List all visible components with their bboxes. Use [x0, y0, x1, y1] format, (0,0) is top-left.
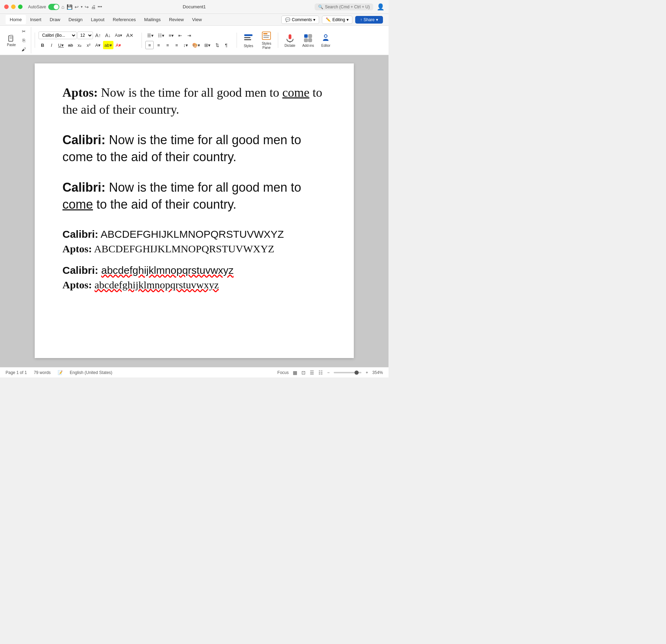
svg-rect-9 — [263, 35, 270, 36]
tab-view[interactable]: View — [188, 15, 206, 24]
pencil-icon: ✏️ — [326, 17, 331, 22]
tab-insert[interactable]: Insert — [26, 15, 46, 24]
tab-review[interactable]: Review — [165, 15, 188, 24]
para1-underline: come — [282, 86, 309, 99]
italic-button[interactable]: I — [48, 41, 56, 49]
paste-button[interactable]: Paste — [4, 33, 19, 48]
paragraph-1: Aptos: Now is the time for all good men … — [62, 84, 326, 118]
dictate-label: Dictate — [284, 44, 295, 47]
document-page: Aptos: Now is the time for all good men … — [35, 63, 354, 358]
increase-indent-button[interactable]: ⇥ — [185, 31, 194, 40]
view-web-icon[interactable]: ⊡ — [301, 370, 306, 375]
para3-bold-prefix: Calibri: — [62, 180, 105, 194]
multilevel-list-button[interactable]: ≡▾ — [167, 31, 176, 40]
line-spacing-button[interactable]: ↕▾ — [181, 41, 190, 49]
search-icon: 🔍 — [318, 5, 323, 9]
justify-button[interactable]: ≡ — [172, 41, 181, 49]
bullets-button[interactable]: ☰▾ — [145, 31, 155, 40]
borders-button[interactable]: ⊞▾ — [203, 41, 212, 49]
font-selector[interactable]: Calibri (Bo... — [39, 32, 77, 39]
shading-button[interactable]: 🎨▾ — [190, 41, 202, 49]
decrease-indent-button[interactable]: ⇤ — [176, 31, 185, 40]
editing-button[interactable]: ✏️ Editing ▾ — [322, 16, 352, 24]
close-button[interactable] — [4, 5, 9, 9]
zoom-level[interactable]: 354% — [372, 370, 383, 375]
svg-rect-16 — [308, 38, 312, 42]
styles-pane-button[interactable]: StylesPane — [258, 29, 274, 51]
bold-button[interactable]: B — [39, 41, 47, 49]
text-color-button[interactable]: A▾ — [114, 41, 123, 49]
redo-icon[interactable]: ↪ — [85, 4, 89, 10]
divider-1 — [35, 33, 35, 48]
view-outline-icon[interactable]: ☰ — [310, 370, 314, 375]
tab-design[interactable]: Design — [65, 15, 87, 24]
autosave-toggle[interactable] — [48, 4, 59, 10]
dictate-button[interactable]: Dictate — [282, 32, 298, 49]
align-right-button[interactable]: ≡ — [163, 41, 172, 49]
focus-label[interactable]: Focus — [278, 370, 289, 375]
align-center-button[interactable]: ≡ — [154, 41, 163, 49]
increase-font-button[interactable]: A↑ — [94, 31, 103, 40]
language: English (United States) — [70, 370, 112, 375]
title-bar-right: 🔍 Search (Cmd + Ctrl + U) 👤 — [315, 3, 384, 11]
superscript-button[interactable]: x² — [84, 41, 93, 49]
highlight-button[interactable]: ab▾ — [103, 41, 113, 49]
tab-draw[interactable]: Draw — [45, 15, 64, 24]
svg-rect-5 — [244, 37, 250, 38]
print-icon[interactable]: 🖨 — [91, 4, 96, 10]
zoom-thumb[interactable] — [355, 371, 359, 375]
zoom-out-button[interactable]: − — [327, 370, 330, 375]
show-marks-button[interactable]: ¶ — [222, 41, 230, 49]
document-title: Document1 — [183, 4, 206, 9]
styles-button[interactable]: Styles — [240, 32, 256, 49]
comments-button[interactable]: 💬 Comments ▾ — [281, 16, 319, 24]
font-color-button[interactable]: A▾ — [93, 41, 102, 49]
person-icon[interactable]: 👤 — [377, 3, 384, 11]
undo-dropdown-icon[interactable]: ▾ — [81, 5, 83, 9]
change-case-button[interactable]: Aa▾ — [113, 31, 124, 40]
strikethrough-button[interactable]: ab — [66, 41, 75, 49]
addins-button[interactable]: Add-ins — [299, 32, 317, 49]
font-size-selector[interactable]: 12 — [77, 32, 93, 39]
tab-home[interactable]: Home — [6, 15, 26, 24]
tab-references[interactable]: References — [109, 15, 140, 24]
underline-button[interactable]: U▾ — [57, 41, 66, 49]
more-icon[interactable]: ••• — [98, 5, 102, 9]
divider-3 — [237, 33, 237, 48]
align-left-button[interactable]: ≡ — [145, 41, 154, 49]
maximize-button[interactable] — [18, 5, 23, 9]
paragraph-5: Calibri: abcdefghijklmnopqrstuvwxyz Apto… — [62, 263, 326, 292]
subscript-button[interactable]: x₂ — [75, 41, 84, 49]
numbered-list-button[interactable]: ☷▾ — [156, 31, 166, 40]
paragraph-3: Calibri: Now is the time for all good me… — [62, 179, 326, 213]
share-button[interactable]: ↑ Share ▾ — [355, 16, 383, 24]
zoom-slider[interactable] — [334, 372, 361, 373]
view-reader-icon[interactable]: ☷ — [318, 370, 323, 375]
tab-mailings[interactable]: Mailings — [140, 15, 165, 24]
calibri-upper-text: ABCDEFGHIJKLMNOPQRSTUVWXYZ — [101, 228, 284, 240]
toolbar: Paste ✂ ⎘ 🖌 Calibri (Bo... 12 A↑ A↓ Aa▾ … — [0, 26, 388, 55]
editing-dropdown-icon: ▾ — [347, 17, 349, 22]
editor-button[interactable]: Editor — [318, 32, 333, 49]
svg-rect-13 — [304, 34, 308, 38]
copy-button[interactable]: ⎘ — [20, 36, 28, 44]
traffic-lights — [4, 5, 23, 9]
para-row-2: ≡ ≡ ≡ ≡ ↕▾ 🎨▾ ⊞▾ ⇅ ¶ — [145, 41, 230, 49]
format-painter-button[interactable]: 🖌 — [20, 45, 28, 53]
save-icon[interactable]: 💾 — [67, 4, 72, 10]
view-normal-icon[interactable]: ▦ — [293, 370, 297, 375]
share-icon: ↑ — [360, 17, 362, 22]
cut-button[interactable]: ✂ — [20, 27, 28, 35]
tab-layout[interactable]: Layout — [87, 15, 109, 24]
undo-icon[interactable]: ↩ — [75, 4, 79, 10]
calibri-upper-prefix: Calibri: — [62, 228, 98, 240]
ribbon-tabs: Home Insert Draw Design Layout Reference… — [0, 14, 388, 26]
clear-formatting-button[interactable]: A✕ — [125, 31, 135, 40]
aptos-lower-prefix: Aptos: — [62, 279, 92, 290]
document-container: Aptos: Now is the time for all good men … — [0, 55, 388, 367]
decrease-font-button[interactable]: A↓ — [103, 31, 112, 40]
sort-button[interactable]: ⇅ — [213, 41, 221, 49]
minimize-button[interactable] — [11, 5, 16, 9]
search-box[interactable]: 🔍 Search (Cmd + Ctrl + U) — [315, 3, 373, 10]
zoom-in-button[interactable]: + — [366, 370, 368, 375]
